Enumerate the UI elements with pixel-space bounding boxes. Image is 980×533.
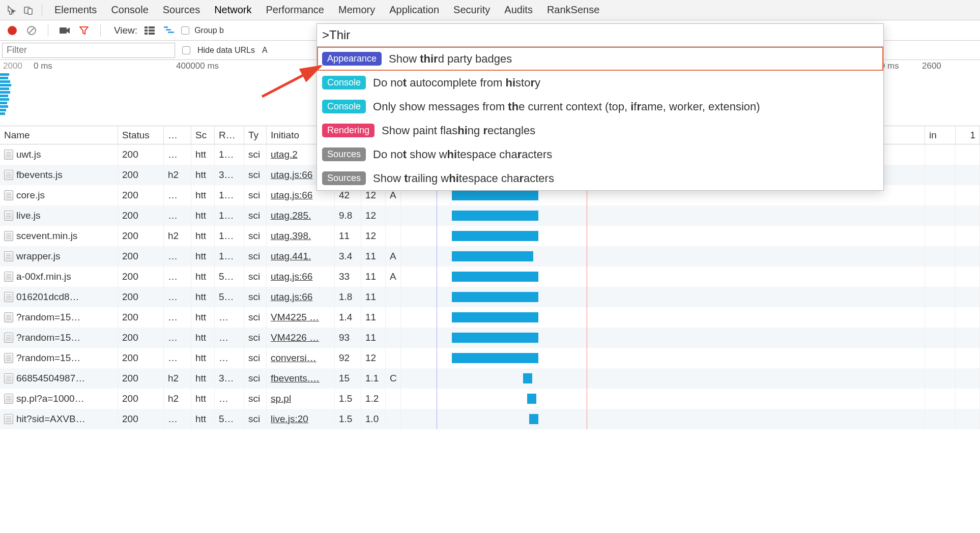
cell-type: sci xyxy=(244,287,267,307)
col-status[interactable]: Status xyxy=(118,126,164,144)
table-row[interactable]: ?random=15…200…htt…sciconversi…9212 xyxy=(0,348,980,368)
tab-audits[interactable]: Audits xyxy=(504,1,533,19)
initiator-link[interactable]: live.js:20 xyxy=(271,413,308,425)
command-menu-item[interactable]: AppearanceShow third party badges xyxy=(317,47,883,71)
devtools-top-toolbar: ElementsConsoleSourcesNetworkPerformance… xyxy=(0,0,980,20)
initiator-link[interactable]: sp.pl xyxy=(271,393,291,404)
hide-data-urls-checkbox[interactable] xyxy=(182,46,190,54)
cell-remote: 3… xyxy=(215,165,244,185)
cell-time: 11 xyxy=(361,287,386,307)
cell-extra xyxy=(386,409,401,429)
initiator-link[interactable]: utag.js:66 xyxy=(271,169,312,181)
cell-waterfall xyxy=(401,205,925,226)
table-row[interactable]: hit?sid=AXVB…200…htt5…scilive.js:201.51.… xyxy=(0,409,980,429)
cell-protocol: h2 xyxy=(164,368,191,389)
large-rows-icon[interactable] xyxy=(142,23,157,38)
request-name: live.js xyxy=(16,210,41,221)
col-remote[interactable]: R… xyxy=(215,126,244,144)
record-button[interactable] xyxy=(5,23,19,38)
table-row[interactable]: 016201dcd8…200…htt5…sciutag.js:661.811 xyxy=(0,287,980,307)
col-name[interactable]: Name xyxy=(0,126,118,144)
cell-in xyxy=(925,246,956,266)
cell-type: sci xyxy=(244,144,267,165)
col-scheme[interactable]: Sc xyxy=(191,126,215,144)
table-row[interactable]: wrapper.js200…htt1…sciutag.441.3.411A xyxy=(0,246,980,266)
col-type[interactable]: Ty xyxy=(244,126,267,144)
cell-protocol: … xyxy=(164,307,191,328)
tab-performance[interactable]: Performance xyxy=(266,1,325,19)
toolbar-separator xyxy=(100,24,101,37)
cell-time: 12 xyxy=(361,348,386,368)
tab-memory[interactable]: Memory xyxy=(338,1,375,19)
cell-status: 200 xyxy=(118,226,164,246)
cell-last xyxy=(956,266,980,287)
cell-protocol: … xyxy=(164,144,191,165)
cell-in xyxy=(925,348,956,368)
initiator-link[interactable]: utag.285. xyxy=(271,210,311,221)
table-row[interactable]: ?random=15…200…htt…sciVM4226 …9311 xyxy=(0,328,980,348)
file-icon xyxy=(4,414,13,424)
cell-protocol: … xyxy=(164,185,191,205)
table-row[interactable]: sp.pl?a=1000…200h2htt…scisp.pl1.51.2 xyxy=(0,389,980,409)
cell-scheme: htt xyxy=(191,205,215,226)
cell-protocol: … xyxy=(164,348,191,368)
command-menu-item[interactable]: SourcesShow trailing whitespace characte… xyxy=(317,166,883,190)
command-menu-item[interactable]: RenderingShow paint flashing rectangles xyxy=(317,119,883,142)
col-protocol[interactable]: … xyxy=(164,126,191,144)
command-text: Show trailing whitespace characters xyxy=(373,172,554,185)
cell-status: 200 xyxy=(118,389,164,409)
tab-console[interactable]: Console xyxy=(111,1,148,19)
initiator-link[interactable]: conversi… xyxy=(271,352,316,364)
tab-network[interactable]: Network xyxy=(214,1,251,19)
tab-security[interactable]: Security xyxy=(453,1,490,19)
table-row[interactable]: scevent.min.js200h2htt1…sciutag.398.1112 xyxy=(0,226,980,246)
table-row[interactable]: a-00xf.min.js200…htt5…sciutag.js:663311A xyxy=(0,266,980,287)
cell-in xyxy=(925,205,956,226)
waterfall-view-icon[interactable] xyxy=(162,23,176,38)
table-row[interactable]: ?random=15…200…htt…sciVM4225 …1.411 xyxy=(0,307,980,328)
group-checkbox[interactable] xyxy=(181,26,189,35)
command-menu-item[interactable]: ConsoleOnly show messages from the curre… xyxy=(317,95,883,119)
table-row[interactable]: 66854504987…200h2htt3…scifbevents.…151.1… xyxy=(0,368,980,389)
tab-ranksense[interactable]: RankSense xyxy=(547,1,599,19)
col-last[interactable]: 1 xyxy=(956,126,980,144)
tab-application[interactable]: Application xyxy=(389,1,439,19)
cell-type: sci xyxy=(244,185,267,205)
cell-status: 200 xyxy=(118,246,164,266)
command-text: Do not show whitespace characters xyxy=(373,148,552,161)
initiator-link[interactable]: utag.js:66 xyxy=(271,291,312,303)
tab-sources[interactable]: Sources xyxy=(163,1,200,19)
cell-remote: 1… xyxy=(215,144,244,165)
initiator-link[interactable]: utag.js:66 xyxy=(271,190,312,201)
device-toggle-icon[interactable] xyxy=(21,3,36,17)
filter-type-all[interactable]: A xyxy=(262,46,268,55)
cell-protocol: … xyxy=(164,246,191,266)
initiator-link[interactable]: utag.441. xyxy=(271,251,311,262)
cell-remote: … xyxy=(215,307,244,328)
cell-scheme: htt xyxy=(191,307,215,328)
command-text: Only show messages from the current cont… xyxy=(373,100,760,113)
tab-elements[interactable]: Elements xyxy=(54,1,97,19)
clear-button[interactable] xyxy=(24,23,39,38)
cell-waterfall xyxy=(401,226,925,246)
initiator-link[interactable]: utag.js:66 xyxy=(271,271,312,282)
col-in[interactable]: in xyxy=(925,126,956,144)
command-input[interactable] xyxy=(322,28,878,42)
filter-funnel-icon[interactable] xyxy=(77,23,91,38)
cell-remote: 1… xyxy=(215,205,244,226)
cell-remote: 3… xyxy=(215,368,244,389)
table-row[interactable]: live.js200…htt1…sciutag.285.9.812 xyxy=(0,205,980,226)
initiator-link[interactable]: utag.398. xyxy=(271,230,311,242)
initiator-link[interactable]: VM4225 … xyxy=(271,312,319,323)
inspect-element-icon[interactable] xyxy=(5,3,19,17)
cell-in xyxy=(925,165,956,185)
request-name: ?random=15… xyxy=(16,312,80,323)
command-menu-item[interactable]: ConsoleDo not autocomplete from history xyxy=(317,71,883,95)
camera-icon[interactable] xyxy=(57,23,72,38)
initiator-link[interactable]: utag.2 xyxy=(271,149,298,160)
cell-type: sci xyxy=(244,389,267,409)
filter-input[interactable] xyxy=(2,43,175,58)
initiator-link[interactable]: fbevents.… xyxy=(271,373,320,384)
command-menu-item[interactable]: SourcesDo not show whitespace characters xyxy=(317,142,883,166)
initiator-link[interactable]: VM4226 … xyxy=(271,332,319,343)
